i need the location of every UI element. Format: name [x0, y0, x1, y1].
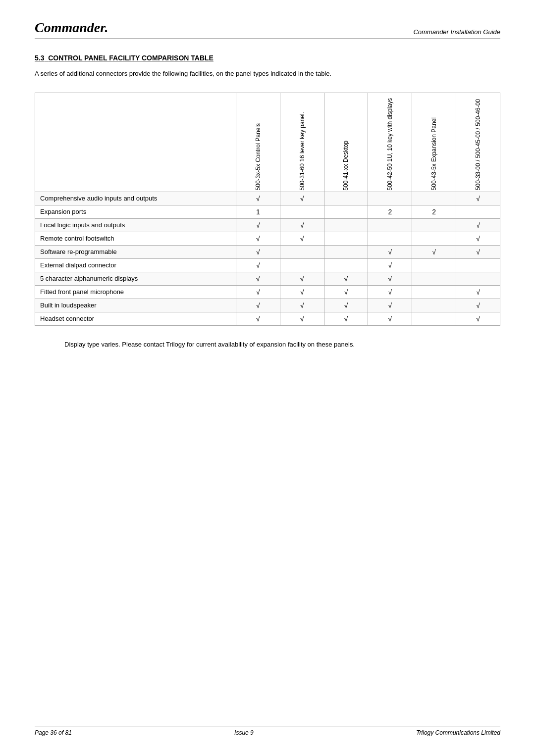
check-cell	[324, 245, 368, 258]
check-cell	[456, 205, 500, 218]
check-cell	[456, 272, 500, 285]
check-cell: √	[324, 312, 368, 325]
check-cell	[324, 258, 368, 272]
feature-name: Fitted front panel microphone	[35, 285, 236, 299]
check-cell: √	[456, 245, 500, 258]
check-cell: √	[280, 272, 324, 285]
check-cell: √	[236, 218, 280, 232]
table-row: Headset connector√√√√√	[35, 312, 500, 325]
logo: Commander.	[35, 20, 108, 36]
check-cell: √	[368, 312, 412, 325]
check-cell: √	[456, 312, 500, 325]
feature-name: Headset connector	[35, 312, 236, 325]
check-cell: 1	[236, 205, 280, 218]
check-cell	[412, 258, 456, 272]
check-cell: √	[456, 218, 500, 232]
check-cell: √	[456, 192, 500, 205]
check-cell: √	[368, 285, 412, 299]
feature-name: 5 character alphanumeric displays	[35, 272, 236, 285]
check-cell: √	[456, 232, 500, 245]
feature-name: Software re-programmable	[35, 245, 236, 258]
check-cell: √	[280, 192, 324, 205]
col6-header: 500-33-00 / 500-45-00 / 500-46-00	[456, 93, 500, 192]
check-cell: √	[456, 299, 500, 312]
check-cell	[412, 232, 456, 245]
header-title: Commander Installation Guide	[413, 28, 500, 36]
page-container: Commander. Commander Installation Guide …	[0, 0, 535, 756]
col2-header: 500-31-60 16 lever key panel.	[280, 93, 324, 192]
table-row: Comprehensive audio inputs and outputs√√…	[35, 192, 500, 205]
feature-name: Remote control footswitch	[35, 232, 236, 245]
check-cell: √	[368, 245, 412, 258]
check-cell: √	[236, 272, 280, 285]
check-cell	[412, 192, 456, 205]
check-cell: √	[324, 299, 368, 312]
check-cell: √	[236, 192, 280, 205]
intro-text: A series of additional connectors provid…	[35, 69, 500, 79]
check-cell	[368, 232, 412, 245]
check-cell	[412, 299, 456, 312]
check-cell	[412, 218, 456, 232]
check-cell	[412, 272, 456, 285]
check-cell: √	[236, 232, 280, 245]
feature-name: Built in loudspeaker	[35, 299, 236, 312]
check-cell: √	[280, 218, 324, 232]
col4-header: 500-42-50 1U, 10 key with displays	[368, 93, 412, 192]
check-cell: 2	[412, 205, 456, 218]
footer-left: Page 36 of 81	[35, 729, 72, 736]
page-header: Commander. Commander Installation Guide	[35, 20, 500, 39]
table-row: Software re-programmable√√√√	[35, 245, 500, 258]
check-cell: √	[324, 285, 368, 299]
check-cell: √	[236, 312, 280, 325]
section-heading: 5.3 CONTROL PANEL FACILITY COMPARISON TA…	[35, 54, 500, 62]
check-cell: √	[368, 258, 412, 272]
check-cell	[456, 258, 500, 272]
check-cell: √	[280, 299, 324, 312]
check-cell	[324, 192, 368, 205]
table-row: Remote control footswitch√√√	[35, 232, 500, 245]
col5-header: 500-43-5x Expansion Panel	[412, 93, 456, 192]
check-cell	[324, 218, 368, 232]
check-cell	[368, 192, 412, 205]
feature-name: External dialpad connector	[35, 258, 236, 272]
feature-name: Comprehensive audio inputs and outputs	[35, 192, 236, 205]
page-footer: Page 36 of 81 Issue 9 Trilogy Communicat…	[35, 726, 500, 736]
footer-right: Trilogy Communications Limited	[416, 729, 500, 736]
feature-name: Local logic inputs and outputs	[35, 218, 236, 232]
check-cell	[280, 205, 324, 218]
check-cell	[280, 245, 324, 258]
comparison-table: 500-3x-5x Control Panels 500-31-60 16 le…	[35, 93, 500, 326]
check-cell	[412, 312, 456, 325]
table-row: Fitted front panel microphone√√√√√	[35, 285, 500, 299]
table-row: External dialpad connector√√	[35, 258, 500, 272]
check-cell: 2	[368, 205, 412, 218]
footer-center: Issue 9	[234, 729, 254, 736]
check-cell: √	[236, 245, 280, 258]
note-text: Display type varies. Please contact Tril…	[64, 340, 500, 350]
check-cell: √	[280, 312, 324, 325]
feature-name: Expansion ports	[35, 205, 236, 218]
check-cell: √	[412, 245, 456, 258]
check-cell: √	[236, 285, 280, 299]
col3-header: 500-41-xx Desktop	[324, 93, 368, 192]
table-row: Local logic inputs and outputs√√√	[35, 218, 500, 232]
check-cell: √	[280, 232, 324, 245]
table-row: 5 character alphanumeric displays√√√√	[35, 272, 500, 285]
table-row: Built in loudspeaker√√√√√	[35, 299, 500, 312]
check-cell: √	[456, 285, 500, 299]
check-cell: √	[368, 299, 412, 312]
col1-header: 500-3x-5x Control Panels	[236, 93, 280, 192]
check-cell	[412, 285, 456, 299]
check-cell: √	[280, 285, 324, 299]
check-cell	[280, 258, 324, 272]
feature-col-header	[35, 93, 236, 192]
check-cell	[324, 232, 368, 245]
check-cell: √	[236, 258, 280, 272]
check-cell: √	[324, 272, 368, 285]
check-cell	[368, 218, 412, 232]
check-cell: √	[368, 272, 412, 285]
table-row: Expansion ports122	[35, 205, 500, 218]
table-header-row: 500-3x-5x Control Panels 500-31-60 16 le…	[35, 93, 500, 192]
check-cell: √	[236, 299, 280, 312]
check-cell	[324, 205, 368, 218]
